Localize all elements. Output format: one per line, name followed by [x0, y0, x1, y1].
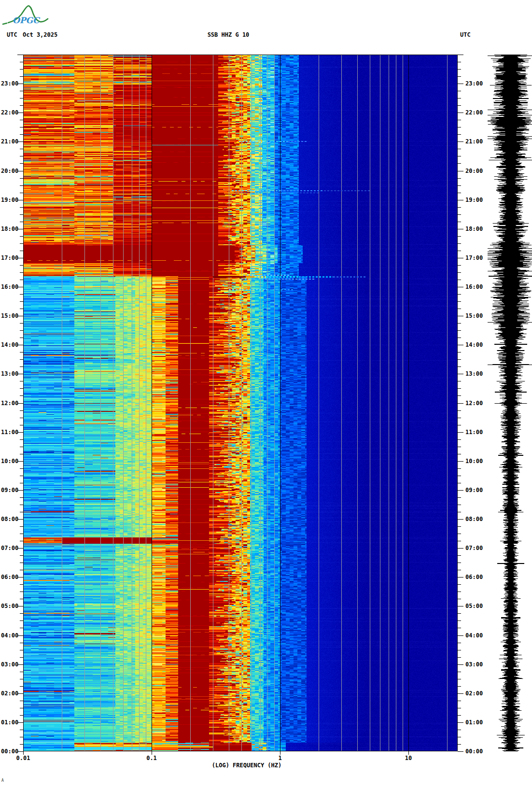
y-axis-tick-left [17, 55, 23, 55]
y-axis-tick-right [458, 584, 461, 585]
y-axis-tick-left [20, 62, 23, 62]
y-axis-label-left: 09:00 [1, 487, 18, 493]
y-axis-tick-right [458, 708, 461, 708]
y-axis-label-right: 17:00 [465, 254, 483, 261]
y-axis-tick-right [458, 62, 461, 62]
y-axis-tick-right [458, 388, 461, 389]
y-axis-label-right: 03:00 [465, 661, 483, 668]
y-axis-tick-right [458, 476, 461, 476]
y-axis-tick-right [458, 468, 461, 469]
y-axis-tick-right [458, 672, 461, 672]
y-axis-tick-left [20, 628, 23, 628]
y-axis-tick-right [458, 620, 461, 621]
y-axis-tick-right [458, 664, 463, 665]
y-axis-tick-right [458, 163, 461, 164]
y-axis-tick-left [20, 454, 23, 454]
y-axis-label-left: 12:00 [1, 400, 18, 407]
y-axis-label-right: 05:00 [465, 603, 483, 609]
y-axis-tick-right [458, 91, 461, 91]
y-axis-label-right: 23:00 [465, 80, 483, 87]
y-axis-tick-right [458, 141, 463, 142]
y-axis-tick-left [20, 366, 23, 367]
x-axis-tick [408, 751, 409, 755]
y-axis-tick-right [458, 105, 461, 106]
y-axis-tick-right [458, 69, 461, 70]
y-axis-tick-right [458, 171, 463, 171]
y-axis-tick-left [20, 395, 23, 396]
y-axis-tick-left [20, 418, 23, 418]
y-axis-tick-left [20, 425, 23, 425]
y-axis-tick-right [458, 418, 461, 418]
y-axis-tick-right [458, 214, 461, 215]
y-axis-tick-right [458, 272, 461, 273]
y-axis-tick-left [20, 193, 23, 193]
y-axis-tick-left [20, 563, 23, 563]
y-axis-tick-right [458, 120, 461, 120]
y-axis-label-left: 13:00 [1, 370, 18, 377]
y-axis-tick-left [20, 715, 23, 716]
y-axis-label-right: 01:00 [465, 719, 483, 726]
corner-mark: A [1, 778, 4, 783]
y-axis-tick-left [20, 541, 23, 541]
y-axis-label-left: 06:00 [1, 574, 18, 580]
y-axis-label-left: 22:00 [1, 109, 18, 116]
y-axis-tick-left [20, 613, 23, 614]
y-axis-tick-right [458, 316, 463, 316]
y-axis-tick-left [20, 737, 23, 737]
y-axis-label-left: 02:00 [1, 690, 18, 697]
y-axis-tick-left [20, 592, 23, 592]
y-axis-tick-right [458, 643, 461, 643]
y-axis-label-right: 12:00 [465, 400, 483, 407]
y-axis-tick-right [458, 592, 461, 592]
y-axis-label-right: 19:00 [465, 197, 483, 203]
y-axis-tick-left [20, 309, 23, 309]
y-axis-tick-right [458, 563, 461, 563]
y-axis-tick-left [20, 163, 23, 164]
y-axis-tick-left [20, 701, 23, 701]
y-axis-tick-right [458, 403, 463, 404]
y-axis-tick-left [20, 352, 23, 352]
y-axis-tick-left [20, 381, 23, 381]
y-axis-tick-left [20, 185, 23, 186]
y-axis-tick-right [458, 751, 463, 752]
y-axis-tick-left [20, 744, 23, 745]
y-axis-tick-left [20, 236, 23, 237]
y-axis-label-right: 15:00 [465, 312, 483, 319]
y-axis-tick-right [458, 156, 461, 156]
y-axis-tick-right [458, 287, 463, 287]
y-axis-tick-right [458, 599, 461, 599]
y-axis-tick-right [458, 55, 463, 55]
y-axis-tick-right [458, 613, 461, 614]
y-axis-tick-right [458, 185, 461, 186]
y-axis-tick-left [20, 555, 23, 556]
y-axis-tick-right [458, 657, 461, 658]
y-axis-tick-left [20, 243, 23, 244]
y-axis-tick-left [20, 447, 23, 447]
y-axis-label-right: 00:00 [465, 748, 483, 755]
y-axis-tick-right [458, 541, 461, 541]
y-axis-tick-right [458, 127, 461, 127]
y-axis-tick-right [458, 309, 461, 309]
y-axis-tick-right [458, 555, 461, 556]
y-axis-tick-left [20, 105, 23, 106]
x-axis-tick [152, 751, 152, 755]
y-axis-tick-left [20, 323, 23, 324]
y-axis-label-left: 17:00 [1, 254, 18, 261]
y-axis-tick-left [20, 98, 23, 99]
y-axis-label-left: 23:00 [1, 80, 18, 87]
y-axis-label-left: 00:00 [1, 748, 18, 755]
y-axis-tick-right [458, 113, 463, 113]
y-axis-tick-right [458, 679, 461, 679]
y-axis-label-right: 09:00 [465, 487, 483, 493]
y-axis-label-right: 10:00 [465, 458, 483, 465]
y-axis-label-right: 13:00 [465, 370, 483, 377]
y-axis-tick-right [458, 715, 461, 716]
y-axis-tick-right [458, 149, 461, 149]
y-axis-label-left: 08:00 [1, 516, 18, 522]
y-axis-label-left: 10:00 [1, 458, 18, 465]
y-axis-tick-right [458, 222, 461, 222]
y-axis-tick-right [458, 410, 461, 411]
y-axis-tick-right [458, 76, 461, 77]
y-axis-tick-right [458, 483, 461, 483]
y-axis-label-left: 01:00 [1, 719, 18, 726]
